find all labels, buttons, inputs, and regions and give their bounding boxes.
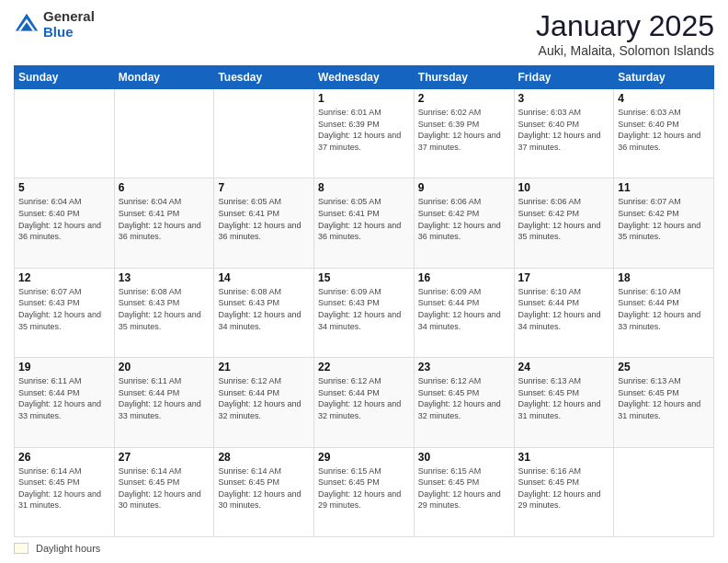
- day-number: 11: [618, 181, 710, 194]
- calendar-cell: 27Sunrise: 6:14 AM Sunset: 6:45 PM Dayli…: [114, 447, 214, 536]
- calendar-cell: [614, 447, 714, 536]
- day-number: 5: [18, 181, 110, 194]
- logo-icon: [14, 12, 40, 38]
- day-info: Sunrise: 6:14 AM Sunset: 6:45 PM Dayligh…: [18, 465, 110, 511]
- calendar-cell: 13Sunrise: 6:08 AM Sunset: 6:43 PM Dayli…: [114, 268, 214, 357]
- day-number: 7: [218, 181, 310, 194]
- day-header-sunday: Sunday: [15, 66, 115, 89]
- calendar-cell: 7Sunrise: 6:05 AM Sunset: 6:41 PM Daylig…: [214, 178, 314, 268]
- day-number: 31: [518, 451, 610, 464]
- calendar-table: SundayMondayTuesdayWednesdayThursdayFrid…: [14, 65, 714, 537]
- day-info: Sunrise: 6:01 AM Sunset: 6:39 PM Dayligh…: [318, 107, 410, 153]
- calendar-cell: 6Sunrise: 6:04 AM Sunset: 6:41 PM Daylig…: [114, 178, 214, 268]
- day-info: Sunrise: 6:10 AM Sunset: 6:44 PM Dayligh…: [518, 286, 610, 332]
- calendar-cell: 5Sunrise: 6:04 AM Sunset: 6:40 PM Daylig…: [15, 178, 115, 268]
- calendar-cell: 19Sunrise: 6:11 AM Sunset: 6:44 PM Dayli…: [15, 358, 115, 447]
- day-info: Sunrise: 6:07 AM Sunset: 6:42 PM Dayligh…: [618, 196, 710, 242]
- day-number: 16: [418, 271, 510, 284]
- day-info: Sunrise: 6:16 AM Sunset: 6:45 PM Dayligh…: [518, 465, 610, 511]
- calendar-cell: 23Sunrise: 6:12 AM Sunset: 6:45 PM Dayli…: [414, 358, 514, 447]
- day-info: Sunrise: 6:06 AM Sunset: 6:42 PM Dayligh…: [518, 196, 610, 242]
- calendar-cell: 3Sunrise: 6:03 AM Sunset: 6:40 PM Daylig…: [514, 89, 614, 178]
- calendar-cell: 9Sunrise: 6:06 AM Sunset: 6:42 PM Daylig…: [414, 178, 514, 268]
- day-number: 20: [119, 361, 210, 373]
- day-number: 22: [318, 361, 410, 373]
- logo: General Blue: [14, 9, 95, 40]
- day-info: Sunrise: 6:04 AM Sunset: 6:40 PM Dayligh…: [18, 196, 110, 242]
- day-number: 28: [218, 451, 310, 464]
- day-number: 24: [518, 361, 610, 373]
- day-number: 1: [318, 92, 410, 105]
- logo-text: General Blue: [43, 9, 95, 40]
- calendar-cell: 1Sunrise: 6:01 AM Sunset: 6:39 PM Daylig…: [314, 89, 415, 178]
- day-info: Sunrise: 6:12 AM Sunset: 6:45 PM Dayligh…: [418, 375, 510, 421]
- day-info: Sunrise: 6:15 AM Sunset: 6:45 PM Dayligh…: [418, 465, 510, 511]
- day-number: 9: [418, 181, 510, 194]
- day-info: Sunrise: 6:11 AM Sunset: 6:44 PM Dayligh…: [119, 375, 210, 421]
- day-number: 4: [618, 92, 710, 105]
- day-number: 25: [618, 361, 710, 373]
- day-info: Sunrise: 6:12 AM Sunset: 6:44 PM Dayligh…: [218, 375, 310, 421]
- calendar-cell: 14Sunrise: 6:08 AM Sunset: 6:43 PM Dayli…: [214, 268, 314, 357]
- day-info: Sunrise: 6:03 AM Sunset: 6:40 PM Dayligh…: [618, 107, 710, 153]
- calendar-cell: 10Sunrise: 6:06 AM Sunset: 6:42 PM Dayli…: [514, 178, 614, 268]
- day-number: 8: [318, 181, 410, 194]
- calendar-cell: 8Sunrise: 6:05 AM Sunset: 6:41 PM Daylig…: [314, 178, 415, 268]
- week-row-2: 12Sunrise: 6:07 AM Sunset: 6:43 PM Dayli…: [15, 268, 714, 357]
- day-number: 3: [518, 92, 610, 105]
- day-header-monday: Monday: [114, 66, 214, 89]
- day-info: Sunrise: 6:09 AM Sunset: 6:43 PM Dayligh…: [318, 286, 410, 332]
- subtitle: Auki, Malaita, Solomon Islands: [536, 43, 714, 58]
- header: General Blue January 2025 Auki, Malaita,…: [14, 9, 714, 58]
- day-info: Sunrise: 6:15 AM Sunset: 6:45 PM Dayligh…: [318, 465, 410, 511]
- calendar-cell: 16Sunrise: 6:09 AM Sunset: 6:44 PM Dayli…: [414, 268, 514, 357]
- calendar-cell: 26Sunrise: 6:14 AM Sunset: 6:45 PM Dayli…: [15, 447, 115, 536]
- calendar-cell: 18Sunrise: 6:10 AM Sunset: 6:44 PM Dayli…: [614, 268, 714, 357]
- calendar-cell: 29Sunrise: 6:15 AM Sunset: 6:45 PM Dayli…: [314, 447, 415, 536]
- day-number: 15: [318, 271, 410, 284]
- day-info: Sunrise: 6:08 AM Sunset: 6:43 PM Dayligh…: [119, 286, 210, 332]
- legend-label: Daylight hours: [36, 543, 100, 554]
- day-number: 12: [18, 271, 110, 284]
- day-number: 26: [18, 451, 110, 464]
- calendar-cell: [114, 89, 214, 178]
- day-number: 2: [418, 92, 510, 105]
- day-info: Sunrise: 6:05 AM Sunset: 6:41 PM Dayligh…: [218, 196, 310, 242]
- calendar-cell: 31Sunrise: 6:16 AM Sunset: 6:45 PM Dayli…: [514, 447, 614, 536]
- calendar-cell: 30Sunrise: 6:15 AM Sunset: 6:45 PM Dayli…: [414, 447, 514, 536]
- day-number: 6: [119, 181, 210, 194]
- day-header-tuesday: Tuesday: [214, 66, 314, 89]
- week-row-3: 19Sunrise: 6:11 AM Sunset: 6:44 PM Dayli…: [15, 358, 714, 447]
- day-info: Sunrise: 6:11 AM Sunset: 6:44 PM Dayligh…: [18, 375, 110, 421]
- calendar-page: General Blue January 2025 Auki, Malaita,…: [0, 0, 728, 563]
- calendar-cell: 24Sunrise: 6:13 AM Sunset: 6:45 PM Dayli…: [514, 358, 614, 447]
- day-header-wednesday: Wednesday: [314, 66, 415, 89]
- week-row-0: 1Sunrise: 6:01 AM Sunset: 6:39 PM Daylig…: [15, 89, 714, 178]
- day-info: Sunrise: 6:13 AM Sunset: 6:45 PM Dayligh…: [518, 375, 610, 421]
- day-info: Sunrise: 6:13 AM Sunset: 6:45 PM Dayligh…: [618, 375, 710, 421]
- day-info: Sunrise: 6:04 AM Sunset: 6:41 PM Dayligh…: [119, 196, 210, 242]
- logo-general-text: General: [43, 9, 95, 25]
- day-number: 27: [119, 451, 210, 464]
- calendar-cell: 15Sunrise: 6:09 AM Sunset: 6:43 PM Dayli…: [314, 268, 415, 357]
- day-info: Sunrise: 6:07 AM Sunset: 6:43 PM Dayligh…: [18, 286, 110, 332]
- calendar-cell: [15, 89, 115, 178]
- calendar-cell: 11Sunrise: 6:07 AM Sunset: 6:42 PM Dayli…: [614, 178, 714, 268]
- day-info: Sunrise: 6:14 AM Sunset: 6:45 PM Dayligh…: [119, 465, 210, 511]
- calendar-cell: 21Sunrise: 6:12 AM Sunset: 6:44 PM Dayli…: [214, 358, 314, 447]
- calendar-cell: 20Sunrise: 6:11 AM Sunset: 6:44 PM Dayli…: [114, 358, 214, 447]
- day-info: Sunrise: 6:09 AM Sunset: 6:44 PM Dayligh…: [418, 286, 510, 332]
- calendar-cell: 28Sunrise: 6:14 AM Sunset: 6:45 PM Dayli…: [214, 447, 314, 536]
- day-info: Sunrise: 6:14 AM Sunset: 6:45 PM Dayligh…: [218, 465, 310, 511]
- header-row: SundayMondayTuesdayWednesdayThursdayFrid…: [15, 66, 714, 89]
- day-info: Sunrise: 6:02 AM Sunset: 6:39 PM Dayligh…: [418, 107, 510, 153]
- day-info: Sunrise: 6:10 AM Sunset: 6:44 PM Dayligh…: [618, 286, 710, 332]
- day-header-saturday: Saturday: [614, 66, 714, 89]
- footer: Daylight hours: [14, 543, 714, 554]
- calendar-cell: 22Sunrise: 6:12 AM Sunset: 6:44 PM Dayli…: [314, 358, 415, 447]
- legend-box: [14, 543, 28, 554]
- logo-blue-text: Blue: [43, 25, 95, 40]
- day-number: 10: [518, 181, 610, 194]
- day-number: 13: [119, 271, 210, 284]
- day-number: 19: [18, 361, 110, 373]
